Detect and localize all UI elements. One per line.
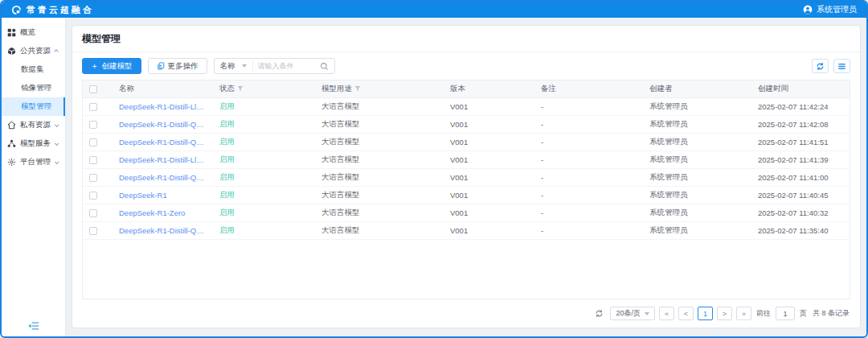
row-checkbox[interactable] [89,209,97,217]
pagination: 20条/页 « < 1 > » 前往 页 共 8 条记录 [72,299,860,328]
row-checkbox[interactable] [89,174,97,182]
brand-title: 常青云超融合 [27,4,94,16]
table-row: DeepSeek-R1启用大语言模型V001-系统管理员2025-02-07 1… [83,186,850,204]
row-checkbox[interactable] [89,227,97,235]
cell-created: 2025-02-07 11:40:32 [751,204,850,221]
header-name: 名称 [113,80,213,97]
sidebar-item-model-management[interactable]: 模型管理 [2,97,65,116]
table-row: DeepSeek-R1-Zero启用大语言模型V001-系统管理员2025-02… [83,204,850,221]
sidebar-item-label: 概览 [20,27,35,38]
cell-remark: - [534,150,643,168]
header-remark: 备注 [534,80,643,97]
model-table-container: 名称 状态 模型用途 版本 备注 创建者 创建时间 DeepSeek-R1-Di… [82,80,850,299]
first-page-button[interactable]: « [659,307,674,320]
sidebar-item-dataset[interactable]: 数据集 [2,60,65,79]
cell-usage: 大语言模型 [315,186,444,204]
cell-version: V001 [444,115,534,133]
chevron-down-icon [645,312,649,315]
cell-status: 启用 [213,186,315,204]
sidebar-item-label: 模型管理 [21,101,51,112]
cell-created: 2025-02-07 11:35:40 [751,221,850,239]
table-row: DeepSeek-R1-Distill-Qwen-14B启用大语言模型V001-… [83,133,850,150]
page-title: 模型管理 [72,26,860,52]
cell-name[interactable]: DeepSeek-R1-Distill-Qwen-7B [113,221,213,239]
cell-name[interactable]: DeepSeek-R1-Distill-Llama-8B [113,150,213,168]
cell-creator: 系统管理员 [643,221,751,239]
search-icon[interactable] [320,62,329,71]
cell-creator: 系统管理员 [643,150,751,168]
cell-status: 启用 [213,221,315,239]
sidebar-item-image-management[interactable]: 镜像管理 [2,79,65,97]
next-page-button[interactable]: > [717,307,732,320]
row-checkbox[interactable] [89,192,97,200]
more-actions-label: 更多操作 [168,61,199,72]
cell-version: V001 [444,150,534,168]
filter-icon[interactable] [354,85,361,92]
user-menu[interactable]: 系统管理员 [803,4,857,15]
sidebar-item-label: 数据集 [21,64,44,75]
current-page-button[interactable]: 1 [698,307,713,320]
cell-creator: 系统管理员 [643,115,751,133]
user-name: 系统管理员 [817,4,857,15]
cell-name[interactable]: DeepSeek-R1-Distill-Qwen-1.5B [113,168,213,186]
cell-created: 2025-02-07 11:42:08 [751,115,850,133]
search-field-select[interactable]: 名称 [215,61,252,72]
cell-usage: 大语言模型 [315,150,444,168]
more-actions-button[interactable]: 更多操作 [148,58,207,74]
last-page-button[interactable]: » [736,307,751,320]
sidebar-item-public-resources[interactable]: 公共资源 [2,42,65,60]
sidebar-item-label: 模型服务 [20,138,51,149]
header-creator: 创建者 [643,80,751,97]
home-icon [7,121,16,130]
sidebar-item-private-resources[interactable]: 私有资源 [2,116,65,134]
filter-icon[interactable] [237,85,244,92]
cell-usage: 大语言模型 [315,115,444,133]
cell-remark: - [534,204,643,221]
create-model-button[interactable]: ＋ 创建模型 [82,58,141,74]
sidebar-item-model-service[interactable]: 模型服务 [2,134,65,153]
goto-label: 前往 [756,308,771,319]
cell-name[interactable]: DeepSeek-R1-Distill-Llama-70B [113,97,213,115]
row-checkbox[interactable] [89,138,97,146]
cell-usage: 大语言模型 [315,133,444,150]
sidebar-item-label: 平台管理 [20,157,51,167]
row-checkbox[interactable] [89,156,97,164]
cell-created: 2025-02-07 11:42:24 [751,97,850,115]
brand-logo-icon [11,5,22,15]
row-checkbox[interactable] [89,121,97,129]
refresh-button[interactable] [812,59,829,73]
table-row: DeepSeek-R1-Distill-Llama-8B启用大语言模型V001-… [83,150,850,168]
select-all-checkbox[interactable] [89,85,97,93]
cell-status: 启用 [213,150,315,168]
goto-page-input[interactable] [776,307,795,320]
cell-version: V001 [444,168,534,186]
cell-creator: 系统管理员 [643,133,751,150]
search-input[interactable] [253,62,319,70]
cell-version: V001 [444,97,534,115]
dashboard-icon [7,28,16,37]
sidebar-item-label: 公共资源 [20,46,51,56]
column-settings-button[interactable] [833,59,850,73]
cell-usage: 大语言模型 [315,204,444,221]
sidebar-collapse-icon[interactable] [28,321,39,331]
chevron-down-icon [55,141,59,146]
cell-name[interactable]: DeepSeek-R1-Distill-Qwen-32B [113,115,213,133]
row-checkbox[interactable] [89,103,97,111]
cube-icon [7,47,16,56]
page-size-select[interactable]: 20条/页 [610,307,655,320]
table-header-row: 名称 状态 模型用途 版本 备注 创建者 创建时间 [83,80,850,97]
total-records-label: 共 8 条记录 [813,308,850,319]
sidebar-item-overview[interactable]: 概览 [2,23,65,42]
cell-created: 2025-02-07 11:40:45 [751,186,850,204]
sidebar-item-platform-management[interactable]: 平台管理 [2,153,65,171]
cell-status: 启用 [213,133,315,150]
prev-page-button[interactable]: < [678,307,694,320]
cell-name[interactable]: DeepSeek-R1 [113,186,213,204]
cell-name[interactable]: DeepSeek-R1-Distill-Qwen-14B [113,133,213,150]
refresh-icon[interactable] [595,309,604,318]
cell-status: 启用 [213,97,315,115]
cell-status: 启用 [213,115,315,133]
chevron-down-icon [55,159,59,164]
header-usage: 模型用途 [315,80,444,97]
cell-name[interactable]: DeepSeek-R1-Zero [113,204,213,221]
